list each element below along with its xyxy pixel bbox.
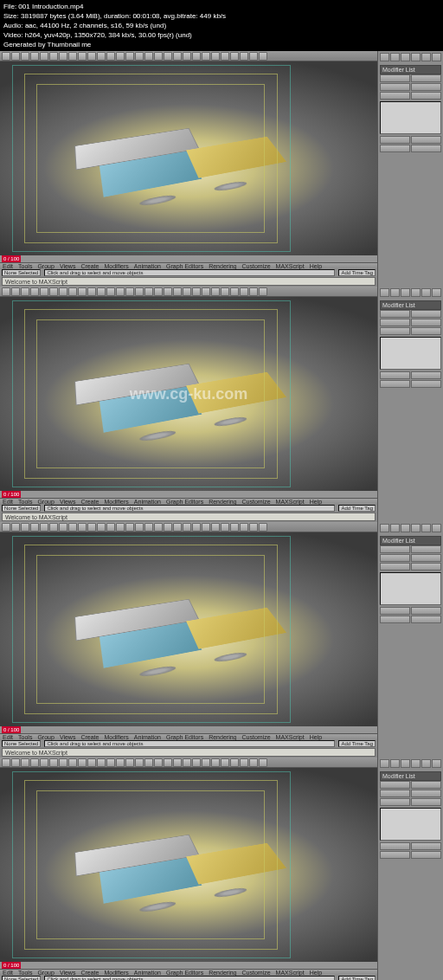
toolbar-button[interactable]	[164, 523, 172, 532]
modifier-list-header[interactable]: Modifier List	[380, 65, 441, 74]
toolbar-button[interactable]	[30, 758, 39, 767]
panel-button[interactable]	[380, 842, 410, 850]
timeline-marker[interactable]: 0 / 100	[2, 726, 21, 733]
toolbar-button[interactable]	[87, 287, 96, 296]
toolbar-button[interactable]	[125, 52, 134, 61]
menu-item[interactable]: Edit	[3, 263, 13, 269]
panel-tab[interactable]	[401, 759, 410, 768]
menu-item[interactable]: Rendering	[209, 970, 236, 976]
time-tag-button[interactable]: Add Time Tag	[338, 505, 376, 512]
toolbar-button[interactable]	[106, 523, 115, 532]
panel-button[interactable]	[411, 74, 441, 82]
menu-item[interactable]: Views	[60, 263, 76, 269]
toolbar-button[interactable]	[30, 287, 39, 296]
panel-button[interactable]	[411, 327, 441, 335]
panel-button[interactable]	[411, 145, 441, 152]
modifier-list-header[interactable]: Modifier List	[380, 300, 441, 310]
menu-item[interactable]: Graph Editors	[166, 970, 203, 976]
menu-item[interactable]: Help	[310, 263, 322, 269]
panel-button[interactable]	[380, 136, 410, 144]
menu-item[interactable]: Modifiers	[104, 263, 128, 269]
toolbar-button[interactable]	[164, 758, 172, 767]
viewport[interactable]	[0, 532, 377, 726]
toolbar-button[interactable]	[249, 523, 258, 532]
panel-tab[interactable]	[380, 53, 389, 61]
panel-button[interactable]	[380, 781, 410, 789]
panel-button[interactable]	[411, 563, 441, 571]
panel-tab[interactable]	[432, 759, 441, 768]
toolbar-button[interactable]	[154, 52, 163, 61]
viewport[interactable]	[0, 768, 377, 962]
toolbar-button[interactable]	[97, 52, 106, 61]
toolbar-button[interactable]	[11, 758, 20, 767]
panel-button[interactable]	[411, 371, 441, 379]
toolbar-button[interactable]	[183, 287, 191, 296]
toolbar-button[interactable]	[87, 52, 96, 61]
panel-tab[interactable]	[401, 524, 410, 532]
toolbar-button[interactable]	[135, 523, 144, 532]
modifier-stack[interactable]	[380, 337, 441, 370]
toolbar-button[interactable]	[154, 758, 163, 767]
toolbar-button[interactable]	[259, 523, 267, 532]
panel-tab[interactable]	[421, 759, 431, 768]
maxscript-console[interactable]: Welcome to MAXScript	[2, 513, 376, 521]
menu-item[interactable]: Animation	[134, 970, 161, 976]
toolbar-button[interactable]	[154, 287, 163, 296]
toolbar-button[interactable]	[259, 52, 267, 61]
toolbar-button[interactable]	[116, 287, 125, 296]
toolbar-button[interactable]	[173, 52, 182, 61]
panel-button[interactable]	[380, 790, 410, 797]
toolbar-button[interactable]	[230, 523, 239, 532]
toolbar-button[interactable]	[68, 287, 77, 296]
panel-button[interactable]	[411, 554, 441, 562]
panel-tab[interactable]	[432, 53, 441, 61]
panel-button[interactable]	[380, 563, 410, 571]
toolbar-button[interactable]	[144, 758, 153, 767]
toolbar-button[interactable]	[11, 523, 20, 532]
toolbar-button[interactable]	[240, 523, 248, 532]
menu-item[interactable]: MAXScript	[276, 734, 305, 740]
menu-item[interactable]: Tools	[18, 970, 32, 976]
toolbar-button[interactable]	[106, 758, 115, 767]
panel-button[interactable]	[411, 616, 441, 623]
toolbar-button[interactable]	[135, 52, 144, 61]
panel-button[interactable]	[380, 310, 410, 318]
panel-tab[interactable]	[411, 759, 421, 768]
toolbar-button[interactable]	[230, 52, 239, 61]
menu-item[interactable]: Animation	[134, 734, 161, 740]
toolbar-button[interactable]	[125, 758, 134, 767]
menu-item[interactable]: Tools	[18, 263, 32, 269]
panel-button[interactable]	[411, 781, 441, 789]
panel-button[interactable]	[411, 83, 441, 91]
toolbar-button[interactable]	[211, 523, 220, 532]
toolbar-button[interactable]	[40, 758, 48, 767]
toolbar-button[interactable]	[97, 758, 106, 767]
toolbar-button[interactable]	[221, 52, 229, 61]
toolbar-button[interactable]	[59, 52, 67, 61]
toolbar-button[interactable]	[97, 523, 106, 532]
menu-item[interactable]: Animation	[134, 499, 161, 505]
menu-item[interactable]: MAXScript	[276, 970, 305, 976]
toolbar-button[interactable]	[30, 52, 39, 61]
panel-tab[interactable]	[401, 288, 410, 297]
menu-item[interactable]: Customize	[241, 734, 270, 740]
toolbar-button[interactable]	[192, 523, 201, 532]
toolbar-button[interactable]	[78, 758, 87, 767]
menu-item[interactable]: Group	[37, 499, 54, 505]
toolbar-button[interactable]	[68, 523, 77, 532]
toolbar-button[interactable]	[59, 758, 67, 767]
toolbar-button[interactable]	[211, 52, 220, 61]
panel-tab[interactable]	[432, 288, 441, 297]
toolbar-button[interactable]	[173, 758, 182, 767]
panel-button[interactable]	[380, 545, 410, 553]
menu-item[interactable]: Rendering	[209, 734, 236, 740]
toolbar-button[interactable]	[2, 758, 10, 767]
panel-tab[interactable]	[401, 53, 410, 61]
menu-item[interactable]: Modifiers	[104, 499, 128, 505]
toolbar-button[interactable]	[202, 523, 210, 532]
panel-button[interactable]	[380, 319, 410, 326]
menu-item[interactable]: Group	[37, 734, 54, 740]
menu-item[interactable]: Group	[37, 263, 54, 269]
toolbar-button[interactable]	[164, 52, 172, 61]
toolbar-button[interactable]	[59, 287, 67, 296]
